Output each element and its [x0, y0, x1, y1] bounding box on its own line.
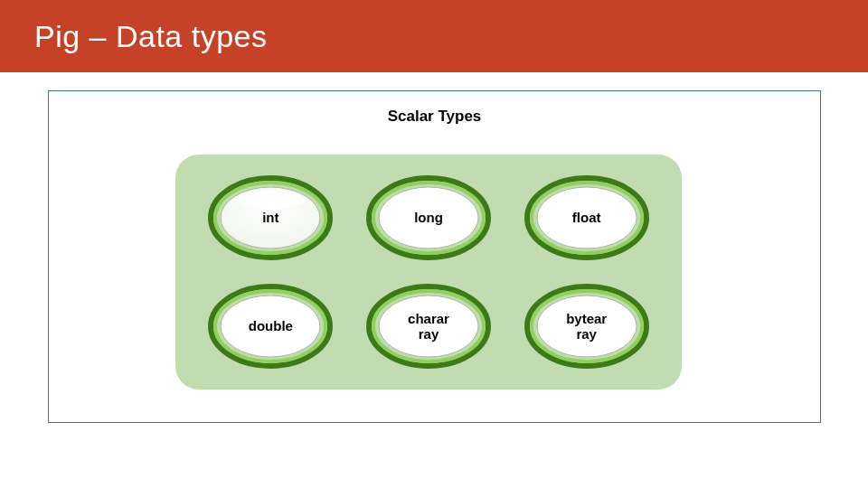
type-label: long: [414, 210, 443, 225]
title-bar: Pig – Data types: [0, 0, 868, 72]
svg-point-11: [551, 191, 623, 209]
type-ellipse: float: [520, 173, 654, 263]
types-container: int long: [175, 155, 682, 389]
type-label: float: [572, 210, 601, 225]
type-label: bytear ray: [566, 311, 607, 343]
type-label: charar ray: [408, 311, 449, 343]
type-ellipse: charar ray: [362, 281, 495, 371]
svg-point-15: [234, 299, 307, 317]
type-ellipse: double: [203, 281, 337, 371]
type-label: double: [249, 318, 293, 333]
type-ellipse: int: [203, 173, 337, 263]
content-frame: Scalar Types: [48, 90, 821, 423]
type-label: int: [262, 210, 278, 225]
type-ellipse: long: [362, 173, 495, 263]
type-ellipse: bytear ray: [520, 281, 654, 371]
slide: Pig – Data types Scalar Types: [0, 0, 868, 488]
svg-point-3: [234, 191, 307, 209]
svg-point-7: [392, 191, 465, 209]
slide-title: Pig – Data types: [34, 19, 267, 54]
types-grid: int long: [175, 155, 682, 389]
diagram-title: Scalar Types: [388, 108, 482, 126]
